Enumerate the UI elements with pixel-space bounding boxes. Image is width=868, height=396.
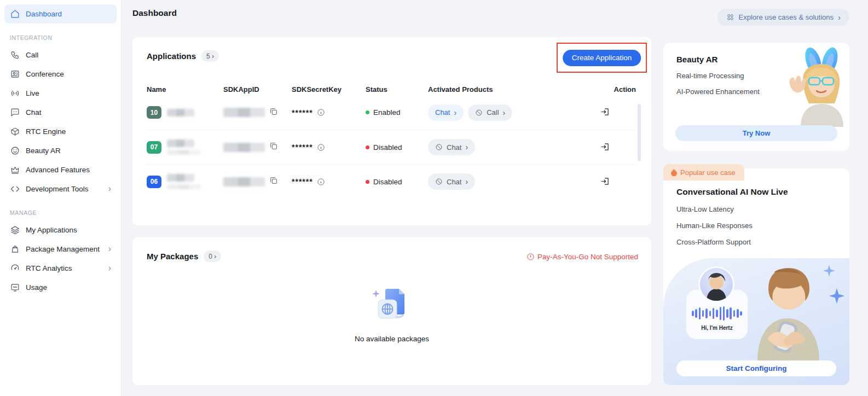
sidebar-item-label: My Applications xyxy=(26,226,77,234)
sparkle-icon xyxy=(822,264,836,278)
table-row: 06 ****** Disabled Chat› xyxy=(147,164,636,199)
packages-count: 0 xyxy=(209,253,212,260)
sidebar-item-dashboard[interactable]: Dashboard xyxy=(4,4,117,24)
payg-warning: Pay-As-You-Go Not Supported xyxy=(526,253,638,261)
sidebar-item-label: Dashboard xyxy=(26,10,62,18)
table-row: 07 ****** Disabled Chat› xyxy=(147,130,636,164)
empty-state-label: No available packages xyxy=(132,335,651,343)
sidebar-item-rtc-engine[interactable]: RTC Engine xyxy=(4,122,117,141)
applications-count: 5 xyxy=(206,53,210,60)
column-header-sdkappid: SDKAppID xyxy=(223,85,292,94)
product-chat-link[interactable]: Chat› xyxy=(428,104,464,121)
warning-icon xyxy=(526,253,535,261)
applications-card: Applications 5 › Create Application Name… xyxy=(132,37,651,225)
status-label: Enabled xyxy=(373,108,401,117)
conversational-ai-feature: Ultra-Low Latency xyxy=(676,205,849,213)
home-icon xyxy=(10,9,20,19)
enter-application-button[interactable] xyxy=(599,106,611,118)
crown-icon xyxy=(10,165,20,175)
chevron-right-icon: › xyxy=(108,264,111,273)
sparkle-icon xyxy=(828,287,846,305)
sidebar-item-usage[interactable]: Usage xyxy=(4,278,117,297)
copy-icon[interactable] xyxy=(269,108,278,118)
info-icon[interactable] xyxy=(317,143,325,152)
flame-icon xyxy=(671,169,677,176)
page-title: Dashboard xyxy=(132,8,177,18)
status-label: Disabled xyxy=(373,178,402,186)
prohibited-icon xyxy=(475,109,483,117)
applications-count-badge[interactable]: 5 › xyxy=(201,50,219,62)
sidebar-item-development-tools[interactable]: Development Tools › xyxy=(4,179,117,199)
sidebar-item-call[interactable]: Call xyxy=(4,45,117,65)
status-label: Disabled xyxy=(373,143,402,152)
popular-badge-label: Popular use case xyxy=(680,168,735,177)
product-call-link[interactable]: Call› xyxy=(468,104,512,121)
explore-button-label: Explore use cases & solutions xyxy=(739,13,834,21)
secret-key-mask: ****** xyxy=(292,177,313,186)
redacted-app-name xyxy=(167,139,194,147)
bag-icon xyxy=(10,244,20,254)
packages-count-badge[interactable]: 0 › xyxy=(204,251,221,262)
product-label: Chat xyxy=(447,178,461,186)
app-number-badge: 06 xyxy=(147,176,161,188)
product-chat-link[interactable]: Chat› xyxy=(428,173,475,190)
packages-title: My Packages xyxy=(147,252,198,261)
sidebar-item-rtc-analytics[interactable]: RTC Analytics › xyxy=(4,259,117,278)
chevron-right-icon: › xyxy=(503,108,506,117)
packages-card: My Packages 0 › Pay-As-You-Go Not Suppor… xyxy=(132,237,651,385)
create-application-button[interactable]: Create Application xyxy=(563,50,641,66)
product-label: Chat xyxy=(447,143,461,152)
empty-packages-icon xyxy=(368,286,415,325)
code-icon xyxy=(10,184,20,194)
sidebar-item-chat[interactable]: Chat xyxy=(4,103,117,122)
product-chat-link[interactable]: Chat› xyxy=(428,139,475,155)
sidebar-item-label: Package Management xyxy=(26,245,100,253)
sidebar-item-live[interactable]: Live xyxy=(4,84,117,103)
sidebar-item-label: Chat xyxy=(26,108,42,117)
copy-icon[interactable] xyxy=(269,143,278,152)
prohibited-icon xyxy=(435,178,443,185)
chevron-right-icon: › xyxy=(212,52,214,60)
product-label: Call xyxy=(487,108,499,117)
explore-use-cases-button[interactable]: Explore use cases & solutions › xyxy=(717,9,849,26)
sidebar-item-label: Usage xyxy=(26,283,47,292)
monitor-icon xyxy=(10,283,20,293)
sidebar-item-label: Development Tools xyxy=(26,185,89,193)
redacted-sdkappid xyxy=(223,177,265,187)
chevron-right-icon: › xyxy=(465,177,468,186)
try-now-button[interactable]: Try Now xyxy=(675,125,837,141)
popular-use-case-badge: Popular use case xyxy=(663,164,744,180)
applications-table: Name SDKAppID SDKSecretKey Status Activa… xyxy=(147,83,636,199)
chevron-right-icon: › xyxy=(108,184,111,194)
sidebar-item-conference[interactable]: Conference xyxy=(4,65,117,84)
enter-application-button[interactable] xyxy=(599,141,611,153)
start-configuring-button[interactable]: Start Configuring xyxy=(676,360,836,376)
cube-icon xyxy=(10,127,20,137)
chevron-right-icon: › xyxy=(108,244,111,254)
sidebar-item-label: RTC Engine xyxy=(26,127,66,136)
sidebar-item-advanced-features[interactable]: Advanced Features xyxy=(4,160,117,179)
sidebar-section-title: MANAGE xyxy=(10,209,111,216)
column-header-name: Name xyxy=(147,85,223,94)
redacted-app-subtext xyxy=(167,184,201,189)
sidebar-item-my-applications[interactable]: My Applications xyxy=(4,220,117,240)
sidebar-section-title: INTEGRATION xyxy=(10,34,111,41)
info-icon[interactable] xyxy=(317,178,325,186)
info-icon[interactable] xyxy=(317,108,325,117)
smiley-icon xyxy=(10,146,20,156)
prohibited-icon xyxy=(435,143,443,151)
highlight-annotation-box: Create Application xyxy=(557,43,647,73)
app-number-badge: 07 xyxy=(147,141,161,154)
chevron-right-icon: › xyxy=(214,252,216,260)
sidebar-item-beauty-ar[interactable]: Beauty AR xyxy=(4,141,117,160)
ai-agent-avatar xyxy=(700,268,733,301)
packages-empty-state: No available packages xyxy=(132,286,651,343)
conversational-ai-feature: Human-Like Responses xyxy=(676,222,849,230)
table-scrollbar[interactable] xyxy=(638,104,641,161)
status-dot xyxy=(366,145,369,149)
phone-icon xyxy=(10,50,20,60)
copy-icon[interactable] xyxy=(269,177,278,187)
enter-application-button[interactable] xyxy=(599,176,611,187)
sidebar-item-label: Call xyxy=(26,51,38,59)
sidebar-item-package-management[interactable]: Package Management › xyxy=(4,240,117,259)
